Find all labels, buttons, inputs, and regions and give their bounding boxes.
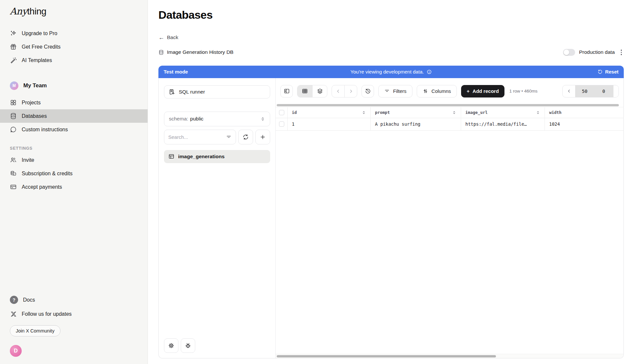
user-avatar[interactable]: D bbox=[10, 345, 22, 357]
production-data-toggle[interactable] bbox=[563, 49, 575, 56]
back-label: Back bbox=[167, 34, 178, 40]
database-icon bbox=[10, 113, 17, 119]
refresh-tables-button[interactable] bbox=[238, 130, 253, 144]
column-header-image-url[interactable]: image_url bbox=[461, 107, 545, 118]
cell-id[interactable]: 1 bbox=[288, 118, 371, 130]
sidebar-item-invite[interactable]: Invite bbox=[0, 153, 148, 167]
collapse-sidebar-button[interactable] bbox=[280, 85, 293, 97]
filter-lines-icon[interactable] bbox=[226, 134, 232, 140]
sidebar-item-upgrade-to-pro[interactable]: Upgrade to Pro bbox=[0, 27, 148, 40]
bug-icon bbox=[185, 342, 191, 349]
table-icon bbox=[168, 153, 175, 160]
row-checkbox[interactable] bbox=[279, 121, 284, 127]
sidebar-item-label: Accept payments bbox=[22, 184, 62, 190]
sidebar-footer: ? Docs Follow us for updates Join X Comm… bbox=[0, 292, 148, 357]
add-record-button[interactable]: + Add record bbox=[461, 85, 504, 97]
banner-message: You're viewing development data. bbox=[350, 69, 424, 75]
debug-button[interactable] bbox=[181, 338, 195, 353]
sidebar-item-ai-templates[interactable]: AI Templates bbox=[0, 54, 148, 67]
sidebar-item-docs[interactable]: ? Docs bbox=[0, 292, 148, 307]
back-link[interactable]: ← Back bbox=[158, 34, 178, 40]
filters-button[interactable]: Filters bbox=[378, 85, 412, 97]
scrollbar-thumb[interactable] bbox=[277, 104, 619, 106]
column-header-prompt[interactable]: prompt bbox=[371, 107, 461, 118]
coins-icon bbox=[10, 170, 17, 177]
info-icon[interactable] bbox=[427, 69, 432, 75]
reset-button[interactable]: Reset bbox=[597, 69, 619, 75]
sliders-icon bbox=[423, 88, 428, 94]
pagination-control: 50 0 bbox=[562, 85, 619, 97]
sidebar-item-databases[interactable]: Databases bbox=[0, 109, 148, 123]
sidebar-item-label: Custom instructions bbox=[22, 127, 68, 133]
records-area: Filters Columns + Add record 1 row • 460… bbox=[276, 78, 623, 358]
schema-select[interactable]: schema: public bbox=[164, 112, 270, 126]
next-record-button[interactable] bbox=[344, 85, 357, 97]
sidebar-item-accept-payments[interactable]: Accept payments bbox=[0, 180, 148, 194]
team-switcher[interactable]: M My Team bbox=[0, 78, 148, 93]
gift-icon bbox=[10, 43, 17, 50]
prev-record-button[interactable] bbox=[332, 85, 344, 97]
sidebar-item-label: Invite bbox=[22, 157, 34, 163]
sort-icon[interactable] bbox=[536, 110, 540, 115]
sidebar-item-subscription-credits[interactable]: Subscription & credits bbox=[0, 167, 148, 180]
banner-message-wrap: You're viewing development data. bbox=[158, 69, 624, 75]
filter-icon bbox=[384, 88, 390, 94]
sidebar-item-label: AI Templates bbox=[22, 57, 52, 63]
logo-text-italic: Any bbox=[10, 6, 27, 17]
chevron-updown-icon bbox=[260, 117, 265, 121]
more-options-button[interactable] bbox=[619, 48, 624, 56]
production-controls: Production data bbox=[563, 48, 624, 56]
sidebar-item-label: Follow us for updates bbox=[22, 311, 72, 317]
column-header-label: width bbox=[549, 110, 562, 115]
reset-icon bbox=[597, 69, 603, 75]
table-row[interactable]: 1 A pikachu surfing https://fal.media/fi… bbox=[276, 118, 623, 131]
x-logo-icon bbox=[10, 310, 17, 317]
table-search-box bbox=[164, 130, 236, 144]
sidebar-item-label: Projects bbox=[22, 100, 41, 106]
cell-image-url[interactable]: https://fal.media/file… bbox=[461, 118, 545, 130]
settings-button[interactable] bbox=[164, 338, 178, 353]
chevron-right-icon bbox=[348, 89, 354, 94]
sidebar-item-follow-updates[interactable]: Follow us for updates bbox=[0, 307, 148, 321]
join-community-button[interactable]: Join X Community bbox=[10, 325, 60, 336]
select-all-checkbox[interactable] bbox=[279, 110, 284, 115]
cell-prompt[interactable]: A pikachu surfing bbox=[371, 118, 461, 130]
history-button[interactable] bbox=[362, 85, 374, 97]
cell-width[interactable]: 1024 bbox=[545, 118, 623, 130]
sql-runner-button[interactable]: SQL runner bbox=[164, 85, 270, 98]
database-header-row: Image Generation History DB Production d… bbox=[158, 48, 624, 56]
sidebar-item-get-free-credits[interactable]: Get Free Credits bbox=[0, 40, 148, 54]
scrollbar-thumb[interactable] bbox=[277, 355, 496, 357]
column-header-label: id bbox=[292, 110, 297, 115]
sidebar-item-custom-instructions[interactable]: Custom instructions bbox=[0, 123, 148, 136]
toggle-knob bbox=[564, 50, 569, 55]
sidebar-item-projects[interactable]: Projects bbox=[0, 96, 148, 109]
columns-button[interactable]: Columns bbox=[417, 85, 457, 97]
page-size-value[interactable]: 50 bbox=[575, 85, 594, 97]
table-search-input[interactable] bbox=[168, 134, 226, 140]
page-prev-button[interactable] bbox=[563, 85, 575, 97]
database-name-label: Image Generation History DB bbox=[167, 49, 233, 55]
cell-value: 1 bbox=[292, 121, 294, 127]
sort-icon[interactable] bbox=[362, 110, 366, 115]
plus-icon bbox=[260, 134, 266, 140]
column-header-label: prompt bbox=[375, 110, 390, 115]
app-logo[interactable]: Anything bbox=[0, 6, 148, 17]
table-list-item-image-generations[interactable]: image_generations bbox=[164, 150, 270, 163]
sort-icon[interactable] bbox=[452, 110, 456, 115]
settings-heading: SETTINGS bbox=[0, 146, 148, 151]
add-table-button[interactable] bbox=[255, 130, 270, 144]
pager-end-cap bbox=[613, 85, 619, 97]
page-offset-value[interactable]: 0 bbox=[594, 85, 613, 97]
schema-view-button[interactable] bbox=[312, 85, 327, 97]
result-stats: 1 row • 460ms bbox=[509, 89, 538, 94]
table-view-button[interactable] bbox=[297, 85, 312, 97]
panel-collapse-icon bbox=[284, 88, 290, 94]
reset-label: Reset bbox=[605, 69, 619, 75]
logo-text-regular: thing bbox=[27, 6, 46, 16]
table-header-row: id prompt bbox=[276, 107, 623, 118]
column-header-width[interactable]: width bbox=[545, 107, 623, 118]
horizontal-scrollbar-bottom bbox=[276, 354, 623, 358]
column-header-id[interactable]: id bbox=[288, 107, 371, 118]
sidebar-item-label: Subscription & credits bbox=[22, 171, 73, 177]
